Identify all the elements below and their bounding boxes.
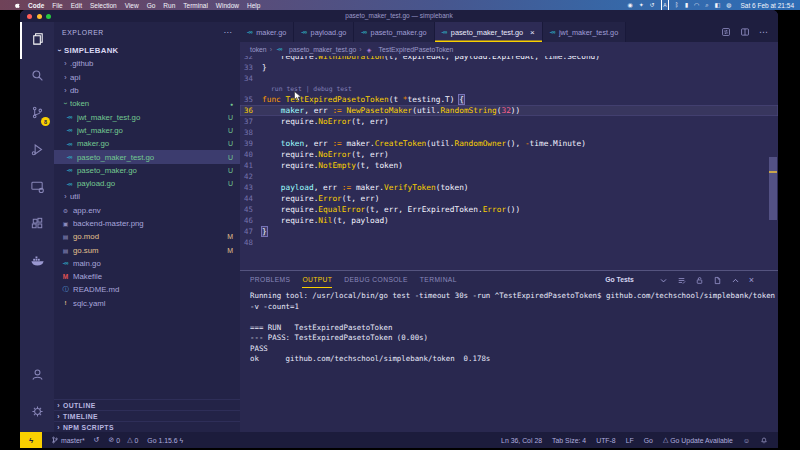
feedback-icon[interactable]: ☺ [743,437,750,444]
file-jwt-maker-go[interactable]: -∞jwt_maker.goU [54,124,240,137]
remote-explorer-activity-button[interactable] [20,170,54,207]
chevron-down-icon[interactable] [659,271,668,289]
explorer-activity-button[interactable] [20,22,54,59]
record-indicator-icon[interactable]: ◉ [627,0,632,10]
panel-tab-output[interactable]: OUTPUT [302,271,332,288]
time-machine-icon[interactable]: ↺ [650,0,655,10]
panel-tab-debug-console[interactable]: DEBUG CONSOLE [344,271,408,288]
close-panel-icon[interactable]: × [749,275,754,285]
close-tab-icon[interactable]: × [530,28,535,37]
menubar-item-edit[interactable]: Edit [71,2,82,9]
settings-button[interactable] [20,395,54,432]
tab-payload-go[interactable]: -∞payload.go [294,22,354,42]
clear-output-icon[interactable] [677,271,686,289]
menubar-item-selection[interactable]: Selection [90,2,117,9]
file-backend-master-png[interactable]: ▣backend-master.png [54,217,240,230]
tab-paseto-maker-go[interactable]: -∞paseto_maker.go [354,22,434,42]
code-line-37[interactable]: 37 require.NoError(t, err) [240,116,778,127]
git-branch-status[interactable]: master* [51,436,85,444]
notifications-bell-icon[interactable] [760,436,768,444]
file-paseto-maker-go[interactable]: -∞paseto_maker.goU [54,164,240,177]
menubar-item-run[interactable]: Run [163,2,175,9]
panel-tab-terminal[interactable]: TERMINAL [420,271,457,288]
menu-clock[interactable]: Sat 6 Feb at 21:54 [741,2,794,9]
folder-token[interactable]: ›token● [54,97,240,110]
menubar-item-window[interactable]: Window [216,2,239,9]
code-line-33[interactable]: 33} [240,62,778,73]
code-line-44[interactable]: 44 require.Error(t, err) [240,193,778,204]
file-go-sum[interactable]: ▤go.sumM [54,243,240,256]
code-line-39[interactable]: 39 token, err := maker.CreateToken(util.… [240,138,778,149]
eol-status[interactable]: LF [626,437,634,444]
code-line-40[interactable]: 40 require.NoError(t, err) [240,149,778,160]
sync-changes-button[interactable]: ↺ [94,436,100,444]
cursor-position-status[interactable]: Ln 36, Col 28 [501,437,542,444]
file-readme-md[interactable]: ⓘREADME.md [54,283,240,296]
open-changes-icon[interactable] [721,23,731,41]
file-sqlc-yaml[interactable]: !sqlc.yaml [54,297,240,310]
section-npm-scripts[interactable]: ›NPM SCRIPTS [54,421,240,432]
tab-maker-go[interactable]: -∞maker.go [240,22,294,42]
code-line-46[interactable]: 46 require.Nil(t, payload) [240,215,778,226]
file-go-mod[interactable]: ▤go.modM [54,230,240,243]
folder-util[interactable]: ›util [54,190,240,203]
file-payload-go[interactable]: -∞payload.goU [54,177,240,190]
folder-api[interactable]: ›api [54,71,240,84]
menubar-item-terminal[interactable]: Terminal [183,2,208,9]
language-mode-status[interactable]: Go [644,437,653,444]
tab-paseto-maker-test-go[interactable]: -∞paseto_maker_test.go× [435,22,543,42]
code-editor[interactable]: 32 require.WithinDuration(t, expiredAt, … [240,56,778,270]
code-line-43[interactable]: 43 payload, err := maker.VerifyToken(tok… [240,182,778,193]
maximize-panel-icon[interactable] [731,271,740,289]
file-app-env[interactable]: ⚙app.env [54,204,240,217]
source-control-activity-button[interactable]: 8 [20,96,54,133]
code-line-41[interactable]: 41 require.NotEmpty(t, token) [240,160,778,171]
search-activity-button[interactable] [20,59,54,96]
zoom-window-button[interactable] [46,14,51,19]
code-line-48[interactable]: 48 [240,237,778,248]
file-maker-go[interactable]: -∞maker.goU [54,137,240,150]
menubar-item-code[interactable]: Code [28,2,44,9]
code-line-42[interactable]: 42 [240,171,778,182]
spotlight-icon[interactable]: ⌕ [705,0,708,10]
problems-status[interactable]: ⊘ 0 △ 0 [109,436,139,444]
menubar-item-help[interactable]: Help [247,2,260,9]
breadcrumb-item-paseto-maker-test-go[interactable]: -∞paseto_maker_test.go [275,46,356,53]
run-test-codelens[interactable]: run test | debug test [240,84,778,94]
indentation-status[interactable]: Tab Size: 4 [552,437,586,444]
more-actions-icon[interactable]: ⋯ [223,28,232,37]
code-line-47[interactable]: 47} [240,226,778,237]
file-makefile[interactable]: MMakefile [54,270,240,283]
go-update-status[interactable]: △ Go Update Available [663,436,733,444]
output-console[interactable]: Running tool: /usr/local/bin/go test -ti… [240,288,778,365]
section-timeline[interactable]: ›TIMELINE [54,410,240,421]
tab-jwt-maker-test-go[interactable]: -∞jwt_maker_test.go [543,22,627,42]
breadcrumb-item-token[interactable]: token [250,46,267,53]
more-actions-icon[interactable]: ⋯ [759,27,769,37]
folder-simplebank[interactable]: ›SIMPLEBANK [54,44,240,57]
run-debug-activity-button[interactable] [20,133,54,170]
window-titlebar[interactable]: paseto_maker_test.go — simplebank [20,10,778,22]
file-paseto-maker-test-go[interactable]: -∞paseto_maker_test.goU [54,150,240,163]
remote-indicator[interactable]: ϟ [20,432,42,448]
file-jwt-maker-test-go[interactable]: -∞jwt_maker_test.goU [54,110,240,123]
code-line-38[interactable]: 38 [240,127,778,138]
apple-menu-icon[interactable] [14,2,21,9]
menubar-item-view[interactable]: View [125,2,139,9]
file-main-go[interactable]: -∞main.go [54,257,240,270]
code-line-35[interactable]: 35func TestExpiredPasetoToken(t *testing… [240,94,778,105]
minimize-window-button[interactable] [37,14,42,19]
menubar-item-file[interactable]: File [52,2,62,9]
output-channel-select[interactable]: Go Tests [605,276,634,283]
bluetooth-icon[interactable]: ᛒ [675,0,679,10]
accessibility-icon[interactable]: ✦ [639,0,644,10]
docker-activity-button[interactable] [20,244,54,281]
wifi-icon[interactable]: ◠ [694,0,699,10]
control-center-icon[interactable]: ◧ [715,0,721,10]
lock-scroll-icon[interactable] [695,271,704,289]
go-version-status[interactable]: Go 1.15.6 ϟ [147,437,183,444]
folder-db[interactable]: ›db [54,84,240,97]
code-line-45[interactable]: 45 require.EqualError(t, err, ErrExpired… [240,204,778,215]
siri-icon[interactable]: ◍ [726,0,731,10]
battery-icon[interactable]: ▮ [685,0,688,10]
